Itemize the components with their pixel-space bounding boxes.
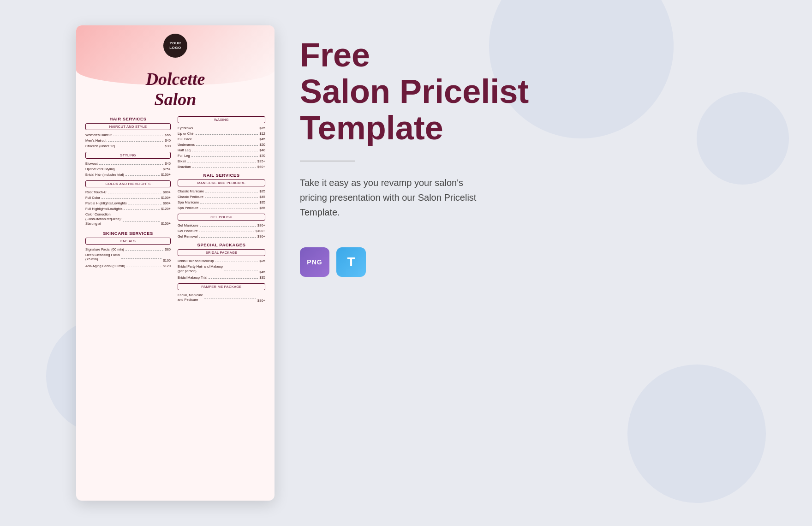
- lip-chin-row: Lip or Chin $12: [178, 132, 265, 136]
- special-packages-section: SPECIAL PACKAGES BRIDAL PACKAGE Bridal H…: [178, 242, 265, 280]
- nail-services-section: NAIL SERVICES MANICURE AND PEDICURE Clas…: [178, 173, 265, 210]
- logo-text: YOUR LOGO: [169, 41, 181, 50]
- signature-facial-row: Signature Facial (60 min) $80: [85, 247, 171, 251]
- skincare-title: SKINCARE SERVICES: [85, 231, 171, 236]
- bridal-package-label: BRIDAL PACKAGE: [178, 249, 265, 256]
- color-highlights-section: COLOR AND HIGHLIGHTS Root Touch-U $80+ F…: [85, 180, 171, 226]
- png-badge: PNG: [300, 247, 329, 277]
- salon-document: YOUR LOGO DolcetteSalon HAIR SERVICES HA…: [76, 25, 275, 501]
- color-correction-row: Color Correction(Consultation required):…: [85, 212, 171, 226]
- marketing-title: FreeSalon PricelistTemplate: [300, 37, 738, 147]
- full-color-row: Full Color $100+: [85, 196, 171, 200]
- salon-title: DolcetteSalon: [85, 69, 265, 109]
- template-badge: T: [336, 247, 366, 277]
- spa-pedicure-row: Spa Pedicure $55: [178, 206, 265, 210]
- root-touch-row: Root Touch-U $80+: [85, 190, 171, 194]
- facials-label: FACIALS: [85, 238, 171, 245]
- pamper-package-label: PAMPER ME PACKAGE: [178, 283, 265, 290]
- logo-circle: YOUR LOGO: [163, 34, 187, 58]
- special-packages-title: SPECIAL PACKAGES: [178, 242, 265, 247]
- bridal-hair-makeup-row: Bridal Hair and Makeup $25: [178, 259, 265, 263]
- bikini-row: Bikini $35+: [178, 159, 265, 163]
- gel-removal-row: Gel Removal $90+: [178, 234, 265, 239]
- hair-services-section: HAIR SERVICES HAIRCUT AND STYLE Women's …: [85, 116, 171, 148]
- skincare-section: SKINCARE SERVICES FACIALS Signature Faci…: [85, 231, 171, 268]
- full-highlights-row: Full Highlights/Lowlights $120+: [85, 207, 171, 211]
- half-leg-row: Half Leg $40: [178, 148, 265, 152]
- gel-polish-section: GEL POLISH Gel Manicure $80+ Gel Pedicur…: [178, 214, 265, 239]
- gel-manicure-row: Gel Manicure $80+: [178, 223, 265, 227]
- pamper-package-section: PAMPER ME PACKAGE Facial, Manicureand Pe…: [178, 283, 265, 303]
- mens-haircut-row: Men's Haircut $40: [85, 138, 171, 143]
- womens-haircut-row: Women's Haircut $55: [85, 133, 171, 137]
- png-label: PNG: [307, 258, 322, 266]
- spa-manicure-row: Spa Manicure $35: [178, 200, 265, 204]
- color-highlights-label: COLOR AND HIGHLIGHTS: [85, 180, 171, 187]
- full-leg-row: Full Leg $70: [178, 154, 265, 158]
- waxing-label: WAXING: [178, 116, 265, 123]
- bridal-makeup-trial-row: Bridal Makeup Trial $35: [178, 275, 265, 280]
- styling-label: STYLING: [85, 152, 171, 159]
- styling-section: STYLING Blowout $45 Updo/Event Styling $…: [85, 152, 171, 177]
- facial-mani-pedi-row: Facial, Manicureand Pedicure $80+: [178, 293, 265, 303]
- manicure-pedicure-label: MANICURE AND PEDICURE: [178, 179, 265, 186]
- partial-highlights-row: Partial Highlights/Lowlights $90+: [85, 201, 171, 205]
- waxing-section: WAXING Eyebrows $15 Lip or Chin $12 Full…: [178, 116, 265, 169]
- hair-services-title: HAIR SERVICES: [85, 116, 171, 121]
- salon-name: DolcetteSalon: [85, 69, 265, 109]
- template-label: T: [347, 255, 355, 269]
- file-badges: PNG T: [300, 247, 738, 277]
- full-face-row: Full Face $45: [178, 137, 265, 141]
- underarms-row: Underarms $20: [178, 143, 265, 147]
- right-column: WAXING Eyebrows $15 Lip or Chin $12 Full…: [178, 116, 265, 306]
- updo-row: Updo/Event Styling $75+: [85, 167, 171, 171]
- bridal-party-row: Bridal Party Hair and Makeup(per person)…: [178, 264, 265, 274]
- marketing-divider: [300, 161, 355, 161]
- bg-decoration-2: [627, 365, 766, 503]
- classic-manicure-row: Classic Manicure $25: [178, 189, 265, 193]
- left-column: HAIR SERVICES HAIRCUT AND STYLE Women's …: [85, 116, 171, 306]
- classic-pedicure-row: Classic Pedicure $45: [178, 195, 265, 199]
- blowout-row: Blowout $45: [85, 161, 171, 166]
- gel-polish-label: GEL POLISH: [178, 214, 265, 221]
- bridal-hair-row: Bridal Hair (includes trial) $150+: [85, 173, 171, 177]
- anti-aging-row: Anti-Aging Facial (90 min) $120: [85, 264, 171, 268]
- nail-services-title: NAIL SERVICES: [178, 173, 265, 178]
- eyebrows-row: Eyebrows $15: [178, 126, 265, 130]
- marketing-description: Take it easy as you revamp your salon's …: [300, 175, 531, 220]
- marketing-panel: FreeSalon PricelistTemplate Take it easy…: [300, 37, 738, 277]
- deep-cleansing-row: Deep Cleansing Facial(75 min) $100: [85, 253, 171, 263]
- children-haircut-row: Children (under 12) $30: [85, 144, 171, 148]
- brazilian-row: Brazilian $60+: [178, 165, 265, 169]
- gel-pedicure-row: Gel Pedicure $100+: [178, 229, 265, 233]
- haircut-style-label: HAIRCUT AND STYLE: [85, 123, 171, 130]
